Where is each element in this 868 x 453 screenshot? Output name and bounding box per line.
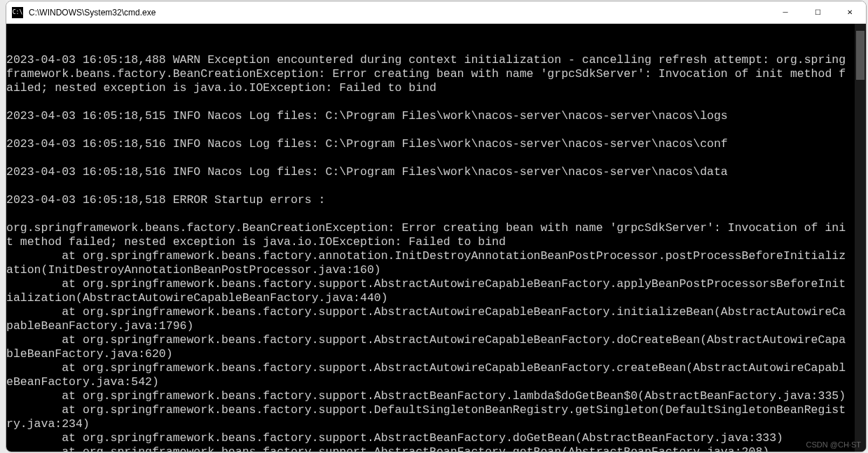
scrollbar-track[interactable] — [855, 24, 866, 452]
terminal-output[interactable]: 2023-04-03 16:05:18,488 WARN Exception e… — [6, 24, 866, 452]
terminal-line: org.springframework.beans.factory.BeanCr… — [6, 221, 852, 249]
scrollbar-thumb[interactable] — [856, 31, 864, 80]
terminal-line: at org.springframework.beans.factory.sup… — [6, 333, 852, 361]
background-app-edge — [0, 0, 6, 453]
terminal-line — [6, 207, 852, 221]
terminal-line: at org.springframework.beans.factory.sup… — [6, 389, 852, 403]
terminal-line: at org.springframework.beans.factory.ann… — [6, 249, 852, 277]
terminal-line: 2023-04-03 16:05:18,488 WARN Exception e… — [6, 53, 852, 95]
cmd-window: C:\ C:\WINDOWS\System32\cmd.exe ─ ☐ ✕ 20… — [6, 1, 867, 452]
maximize-icon: ☐ — [815, 8, 821, 16]
minimize-icon: ─ — [783, 8, 787, 16]
close-button[interactable]: ✕ — [834, 1, 866, 23]
cmd-icon: C:\ — [12, 7, 23, 18]
terminal-line: at org.springframework.beans.factory.sup… — [6, 431, 852, 445]
terminal-line: at org.springframework.beans.factory.sup… — [6, 305, 852, 333]
terminal-line: 2023-04-03 16:05:18,515 INFO Nacos Log f… — [6, 109, 852, 123]
terminal-line: at org.springframework.beans.factory.sup… — [6, 277, 852, 305]
terminal-line — [6, 179, 852, 193]
terminal-line — [6, 95, 852, 109]
terminal-line — [6, 123, 852, 137]
window-controls: ─ ☐ ✕ — [769, 1, 866, 23]
terminal-line: 2023-04-03 16:05:18,516 INFO Nacos Log f… — [6, 165, 852, 179]
maximize-button[interactable]: ☐ — [801, 1, 834, 23]
terminal-line: at org.springframework.beans.factory.sup… — [6, 361, 852, 389]
window-title: C:\WINDOWS\System32\cmd.exe — [29, 8, 769, 18]
close-icon: ✕ — [847, 8, 853, 16]
watermark: CSDN @CH·ST — [806, 440, 861, 449]
titlebar[interactable]: C:\ C:\WINDOWS\System32\cmd.exe ─ ☐ ✕ — [6, 1, 866, 24]
terminal-line: at org.springframework.beans.factory.sup… — [6, 445, 852, 452]
terminal-line: 2023-04-03 16:05:18,518 ERROR Startup er… — [6, 193, 852, 207]
minimize-button[interactable]: ─ — [769, 1, 801, 23]
terminal-line: at org.springframework.beans.factory.sup… — [6, 403, 852, 431]
terminal-line — [6, 151, 852, 165]
terminal-line: 2023-04-03 16:05:18,516 INFO Nacos Log f… — [6, 137, 852, 151]
